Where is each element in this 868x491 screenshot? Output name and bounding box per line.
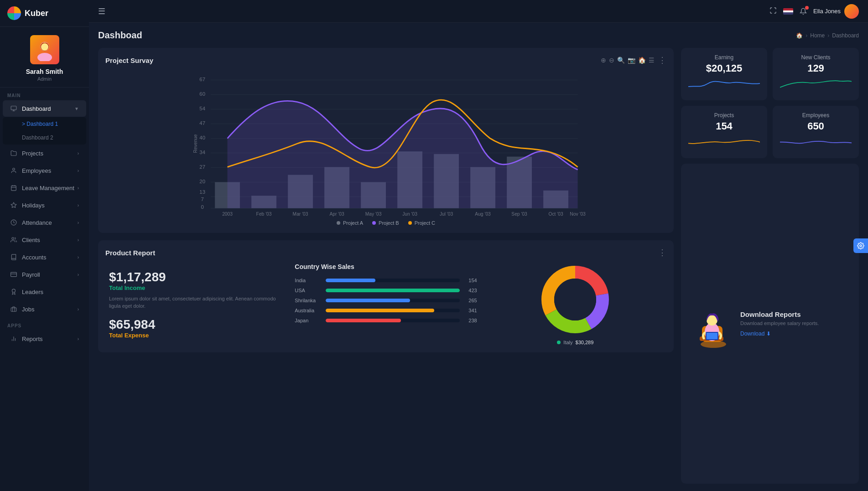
users-icon	[10, 236, 17, 243]
leave-chevron: ›	[78, 186, 79, 191]
app-name: Kuber	[25, 9, 48, 18]
topbar-actions: Ella Jones	[769, 4, 859, 19]
sidebar-item-dashboard1[interactable]: Dashboard 1	[3, 117, 86, 131]
sidebar-item-leave[interactable]: Leave Management ›	[3, 180, 86, 196]
sidebar-profile: Sarah Smith Admin	[0, 27, 89, 88]
sidebar-item-accounts[interactable]: Accounts ›	[3, 249, 86, 265]
project-survey-menu[interactable]: ⋮	[658, 55, 666, 65]
monitor-icon	[10, 105, 17, 112]
download-link[interactable]: Download ⬇	[740, 331, 852, 337]
employees-sparkline	[780, 132, 852, 150]
reports-chevron: ›	[78, 336, 79, 341]
zoom-in-icon[interactable]: ⊕	[601, 57, 606, 64]
sidebar-item-leaders[interactable]: Leaders	[3, 284, 86, 300]
legend-project-b: Project B	[372, 220, 399, 226]
holidays-label: Holidays	[22, 202, 45, 209]
sidebar-item-dashboard2[interactable]: Dashboard 2	[3, 131, 86, 145]
svg-text:Jun '03: Jun '03	[402, 212, 417, 217]
country-row-india: India 154	[295, 278, 477, 283]
main-area: ☰ Ella Jones Dashboad 🏠 › Home	[89, 0, 868, 491]
main-section-label: MAIN	[0, 88, 89, 100]
svg-point-3	[41, 43, 48, 51]
total-income-label: Total Income	[109, 284, 284, 291]
svg-text:Nov '03: Nov '03	[570, 212, 586, 217]
svg-text:34: 34	[199, 150, 205, 155]
download-content: Download Reports Download employee salar…	[740, 310, 852, 337]
accounts-label: Accounts	[22, 254, 46, 261]
download-arrow-icon: ⬇	[766, 331, 771, 337]
product-report-card: Product Report ⋮ $1,17,289 Total Income …	[98, 240, 674, 352]
svg-rect-8	[11, 186, 16, 191]
earning-sparkline	[688, 74, 760, 93]
svg-text:20: 20	[199, 179, 205, 184]
employees-chevron: ›	[78, 168, 79, 173]
download-reports-card: Download Reports Download employee salar…	[681, 164, 859, 484]
folder-icon	[10, 150, 17, 157]
profile-role: Admin	[37, 76, 52, 82]
menu-chart-icon[interactable]: ☰	[649, 57, 655, 64]
new-clients-label: New Clients	[780, 54, 852, 61]
holidays-chevron: ›	[78, 203, 79, 208]
sidebar-item-payroll[interactable]: Payroll ›	[3, 266, 86, 283]
flag-icon[interactable]	[783, 8, 793, 15]
svg-text:13: 13	[199, 189, 205, 195]
jobs-chevron: ›	[78, 307, 79, 312]
projects-stat-value: 154	[688, 120, 760, 132]
svg-text:47: 47	[199, 120, 205, 126]
total-expense-value: $65,984	[109, 317, 284, 332]
svg-text:Aug '03: Aug '03	[475, 212, 491, 217]
stat-employees: Employees 650	[773, 106, 859, 158]
logo-icon	[7, 6, 21, 20]
svg-text:0: 0	[201, 204, 204, 210]
sidebar-item-holidays[interactable]: Holidays ›	[3, 197, 86, 213]
sidebar-item-projects[interactable]: Projects ›	[3, 145, 86, 161]
stats-grid: Earning $20,125 New Clients 129	[681, 48, 859, 158]
user-info[interactable]: Ella Jones	[813, 4, 859, 19]
settings-fab[interactable]	[853, 238, 868, 253]
country-row-shrilanka: Shrilanka 265	[295, 298, 477, 303]
sidebar-item-reports[interactable]: Reports ›	[3, 331, 86, 347]
svg-text:54: 54	[199, 106, 205, 111]
project-survey-title: Project Survay	[105, 57, 153, 64]
profile-name: Sarah Smith	[26, 68, 63, 75]
leaders-label: Leaders	[22, 289, 43, 295]
accounts-chevron: ›	[78, 255, 79, 260]
user-name: Ella Jones	[813, 8, 841, 15]
hamburger-button[interactable]: ☰	[98, 6, 105, 16]
new-clients-value: 129	[780, 62, 852, 74]
home-chart-icon[interactable]: 🏠	[638, 57, 646, 64]
download-chart-icon[interactable]: 📷	[628, 57, 635, 64]
earning-label: Earning	[688, 54, 760, 61]
svg-text:27: 27	[199, 164, 205, 170]
book-icon	[10, 253, 17, 261]
svg-text:67: 67	[199, 77, 205, 82]
sidebar-item-clients[interactable]: Clients ›	[3, 232, 86, 248]
payroll-chevron: ›	[78, 272, 79, 277]
main-column: Project Survay ⊕ ⊖ 🔍 📷 🏠 ☰ ⋮	[98, 48, 674, 484]
new-clients-sparkline	[780, 74, 852, 93]
donut-legend-italy: Italy $30,289	[557, 340, 593, 345]
sidebar: Kuber Sarah Smith Admin MAIN Dashboard ▼…	[0, 0, 89, 491]
person-icon	[10, 167, 17, 174]
sidebar-item-jobs[interactable]: Jobs ›	[3, 301, 86, 317]
notification-bell[interactable]	[800, 8, 807, 15]
stat-new-clients: New Clients 129	[773, 48, 859, 100]
product-income-section: $1,17,289 Total Income Lorem ipsum dolor…	[105, 263, 287, 345]
fullscreen-icon[interactable]	[769, 7, 777, 16]
sidebar-item-employees[interactable]: Employees ›	[3, 162, 86, 179]
search-icon[interactable]: 🔍	[617, 57, 625, 64]
dashboard-submenu: Dashboard 1 Dashboard 2	[3, 117, 86, 145]
side-column: Earning $20,125 New Clients 129	[681, 48, 859, 484]
breadcrumb-home: Home	[810, 32, 825, 39]
user-avatar	[844, 4, 859, 19]
donut-chart	[539, 263, 612, 336]
sidebar-item-attendance[interactable]: Attendance ›	[3, 214, 86, 231]
jobs-label: Jobs	[22, 306, 34, 313]
product-report-menu[interactable]: ⋮	[658, 248, 666, 258]
legend-project-a: Project A	[337, 220, 363, 226]
sidebar-item-dashboard[interactable]: Dashboard ▼	[3, 100, 86, 117]
zoom-out-icon[interactable]: ⊖	[609, 57, 614, 64]
bar-chart-icon	[10, 335, 17, 342]
download-title: Download Reports	[740, 310, 852, 318]
attendance-chevron: ›	[78, 220, 79, 225]
